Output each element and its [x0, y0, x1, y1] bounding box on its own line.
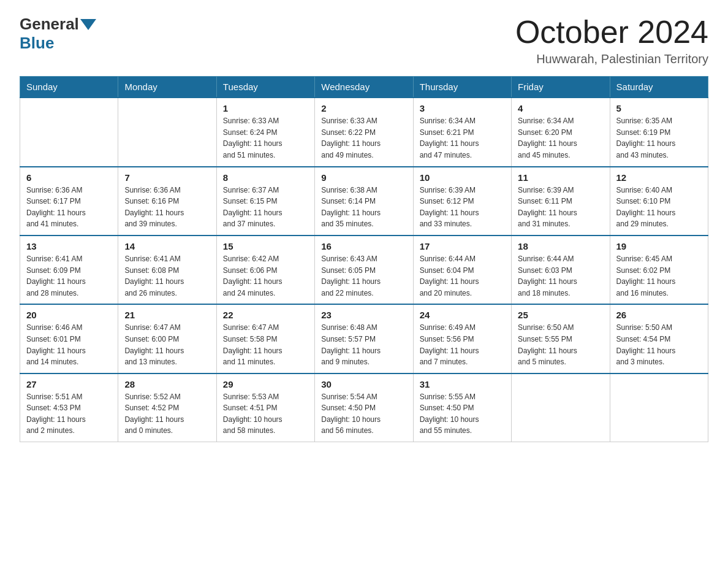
calendar-day-cell: 13Sunrise: 6:41 AMSunset: 6:09 PMDayligh…: [20, 236, 118, 304]
calendar-day-cell: 9Sunrise: 6:38 AMSunset: 6:14 PMDaylight…: [315, 167, 413, 236]
calendar-day-cell: 28Sunrise: 5:52 AMSunset: 4:52 PMDayligh…: [118, 373, 216, 442]
day-number: 31: [420, 379, 505, 389]
day-info: Sunrise: 5:55 AMSunset: 4:50 PMDaylight:…: [420, 391, 505, 437]
calendar-day-cell: 5Sunrise: 6:35 AMSunset: 6:19 PMDaylight…: [610, 98, 708, 166]
day-number: 10: [420, 172, 505, 183]
title-block: October 2024 Huwwarah, Palestinian Terri…: [515, 15, 708, 66]
calendar-day-cell: 23Sunrise: 6:48 AMSunset: 5:57 PMDayligh…: [315, 304, 413, 373]
day-info: Sunrise: 5:53 AMSunset: 4:51 PMDaylight:…: [223, 391, 308, 437]
day-info: Sunrise: 6:45 AMSunset: 6:02 PMDaylight:…: [616, 253, 702, 299]
day-info: Sunrise: 6:33 AMSunset: 6:24 PMDaylight:…: [223, 115, 308, 161]
calendar-day-header: Tuesday: [216, 77, 314, 98]
calendar-day-cell: 17Sunrise: 6:44 AMSunset: 6:04 PMDayligh…: [413, 236, 511, 304]
day-number: 15: [223, 241, 308, 251]
day-number: 18: [518, 241, 603, 251]
calendar-week-row: 27Sunrise: 5:51 AMSunset: 4:53 PMDayligh…: [20, 373, 708, 442]
calendar-day-cell: 26Sunrise: 5:50 AMSunset: 4:54 PMDayligh…: [610, 304, 708, 373]
calendar-day-cell: 7Sunrise: 6:36 AMSunset: 6:16 PMDaylight…: [118, 167, 216, 236]
day-number: 26: [616, 310, 702, 320]
month-title: October 2024: [515, 15, 708, 50]
calendar-day-cell: 1Sunrise: 6:33 AMSunset: 6:24 PMDaylight…: [216, 98, 314, 166]
day-number: 28: [124, 379, 210, 389]
day-number: 25: [518, 310, 603, 320]
calendar-day-cell: [118, 98, 216, 166]
calendar-day-cell: 2Sunrise: 6:33 AMSunset: 6:22 PMDaylight…: [315, 98, 413, 166]
day-info: Sunrise: 6:44 AMSunset: 6:04 PMDaylight:…: [420, 253, 505, 299]
calendar-day-cell: 24Sunrise: 6:49 AMSunset: 5:56 PMDayligh…: [413, 304, 511, 373]
day-info: Sunrise: 5:50 AMSunset: 4:54 PMDaylight:…: [616, 322, 702, 367]
calendar-week-row: 6Sunrise: 6:36 AMSunset: 6:17 PMDaylight…: [20, 167, 708, 236]
day-number: 27: [26, 379, 112, 389]
calendar-day-cell: [610, 373, 708, 442]
calendar-week-row: 1Sunrise: 6:33 AMSunset: 6:24 PMDaylight…: [20, 98, 708, 166]
day-info: Sunrise: 6:38 AMSunset: 6:14 PMDaylight:…: [321, 185, 406, 230]
calendar-day-cell: 19Sunrise: 6:45 AMSunset: 6:02 PMDayligh…: [610, 236, 708, 304]
day-number: 11: [518, 172, 603, 183]
day-number: 5: [616, 103, 702, 113]
day-number: 1: [223, 103, 308, 113]
day-number: 16: [321, 241, 406, 251]
calendar-day-cell: [512, 373, 610, 442]
day-info: Sunrise: 6:35 AMSunset: 6:19 PMDaylight:…: [616, 115, 702, 161]
day-number: 7: [124, 172, 210, 183]
calendar-day-cell: 4Sunrise: 6:34 AMSunset: 6:20 PMDaylight…: [512, 98, 610, 166]
calendar-day-cell: 15Sunrise: 6:42 AMSunset: 6:06 PMDayligh…: [216, 236, 314, 304]
logo-triangle-icon: [80, 19, 96, 30]
day-number: 17: [420, 241, 505, 251]
day-info: Sunrise: 6:36 AMSunset: 6:17 PMDaylight:…: [26, 185, 112, 230]
day-number: 13: [26, 241, 112, 251]
calendar-day-header: Saturday: [610, 77, 708, 98]
day-info: Sunrise: 5:52 AMSunset: 4:52 PMDaylight:…: [124, 391, 210, 437]
calendar-day-cell: [20, 98, 118, 166]
day-info: Sunrise: 6:47 AMSunset: 5:58 PMDaylight:…: [223, 322, 308, 367]
calendar-day-cell: 12Sunrise: 6:40 AMSunset: 6:10 PMDayligh…: [610, 167, 708, 236]
day-number: 3: [420, 103, 505, 113]
day-number: 8: [223, 172, 308, 183]
day-info: Sunrise: 6:33 AMSunset: 6:22 PMDaylight:…: [321, 115, 406, 161]
calendar-week-row: 20Sunrise: 6:46 AMSunset: 6:01 PMDayligh…: [20, 304, 708, 373]
day-number: 4: [518, 103, 603, 113]
calendar-day-cell: 3Sunrise: 6:34 AMSunset: 6:21 PMDaylight…: [413, 98, 511, 166]
calendar-day-header: Sunday: [20, 77, 118, 98]
calendar-header-row: SundayMondayTuesdayWednesdayThursdayFrid…: [20, 77, 708, 98]
day-info: Sunrise: 6:39 AMSunset: 6:11 PMDaylight:…: [518, 185, 603, 230]
day-number: 2: [321, 103, 406, 113]
calendar-day-cell: 6Sunrise: 6:36 AMSunset: 6:17 PMDaylight…: [20, 167, 118, 236]
calendar-day-cell: 8Sunrise: 6:37 AMSunset: 6:15 PMDaylight…: [216, 167, 314, 236]
calendar-day-cell: 25Sunrise: 6:50 AMSunset: 5:55 PMDayligh…: [512, 304, 610, 373]
calendar-day-cell: 27Sunrise: 5:51 AMSunset: 4:53 PMDayligh…: [20, 373, 118, 442]
day-info: Sunrise: 6:41 AMSunset: 6:09 PMDaylight:…: [26, 253, 112, 299]
day-number: 24: [420, 310, 505, 320]
calendar-day-cell: 21Sunrise: 6:47 AMSunset: 6:00 PMDayligh…: [118, 304, 216, 373]
day-number: 9: [321, 172, 406, 183]
calendar-day-header: Wednesday: [315, 77, 413, 98]
day-info: Sunrise: 6:41 AMSunset: 6:08 PMDaylight:…: [124, 253, 210, 299]
calendar-day-header: Friday: [512, 77, 610, 98]
calendar-day-cell: 31Sunrise: 5:55 AMSunset: 4:50 PMDayligh…: [413, 373, 511, 442]
calendar-table: SundayMondayTuesdayWednesdayThursdayFrid…: [20, 76, 708, 442]
day-info: Sunrise: 6:50 AMSunset: 5:55 PMDaylight:…: [518, 322, 603, 367]
day-number: 12: [616, 172, 702, 183]
day-info: Sunrise: 6:47 AMSunset: 6:00 PMDaylight:…: [124, 322, 210, 367]
day-number: 29: [223, 379, 308, 389]
calendar-day-cell: 11Sunrise: 6:39 AMSunset: 6:11 PMDayligh…: [512, 167, 610, 236]
day-info: Sunrise: 6:42 AMSunset: 6:06 PMDaylight:…: [223, 253, 308, 299]
day-info: Sunrise: 6:43 AMSunset: 6:05 PMDaylight:…: [321, 253, 406, 299]
page-header: General Blue October 2024 Huwwarah, Pale…: [20, 15, 708, 66]
calendar-day-cell: 18Sunrise: 6:44 AMSunset: 6:03 PMDayligh…: [512, 236, 610, 304]
day-number: 20: [26, 310, 112, 320]
calendar-day-cell: 30Sunrise: 5:54 AMSunset: 4:50 PMDayligh…: [315, 373, 413, 442]
day-info: Sunrise: 6:37 AMSunset: 6:15 PMDaylight:…: [223, 185, 308, 230]
calendar-day-header: Monday: [118, 77, 216, 98]
day-info: Sunrise: 6:36 AMSunset: 6:16 PMDaylight:…: [124, 185, 210, 230]
day-number: 21: [124, 310, 210, 320]
day-info: Sunrise: 6:49 AMSunset: 5:56 PMDaylight:…: [420, 322, 505, 367]
logo-blue-text: Blue: [20, 34, 54, 53]
calendar-day-cell: 20Sunrise: 6:46 AMSunset: 6:01 PMDayligh…: [20, 304, 118, 373]
day-info: Sunrise: 6:44 AMSunset: 6:03 PMDaylight:…: [518, 253, 603, 299]
logo: General Blue: [20, 15, 96, 53]
day-number: 23: [321, 310, 406, 320]
calendar-day-cell: 10Sunrise: 6:39 AMSunset: 6:12 PMDayligh…: [413, 167, 511, 236]
day-info: Sunrise: 6:40 AMSunset: 6:10 PMDaylight:…: [616, 185, 702, 230]
day-number: 19: [616, 241, 702, 251]
